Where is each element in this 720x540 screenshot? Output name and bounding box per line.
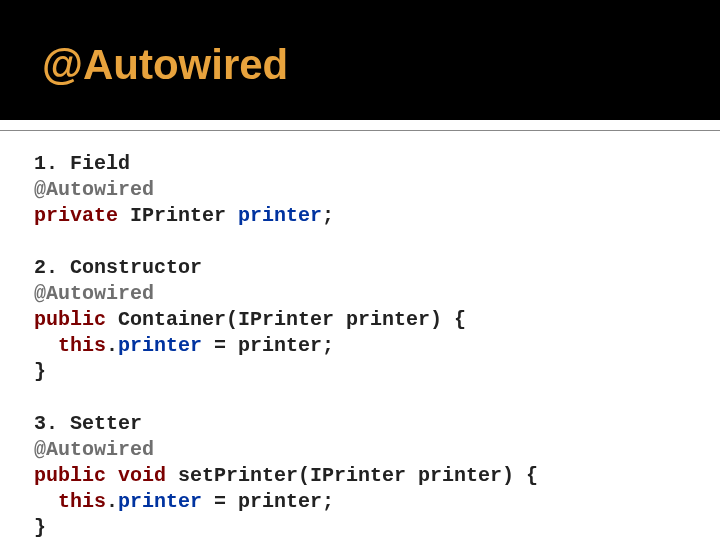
assign-2: = printer; [202,490,334,513]
modifier-public-2: public [34,464,106,487]
dot-1: . [106,334,118,357]
annotation-1: @Autowired [34,178,154,201]
type-iprinter-1: IPrinter [118,204,238,227]
slide-title: @Autowired [42,41,288,89]
slide-header: @Autowired [0,0,720,120]
this-keyword-1: this [34,334,106,357]
modifier-private: private [34,204,118,227]
annotation-3: @Autowired [34,438,154,461]
modifier-void: void [118,464,166,487]
space-1 [106,464,118,487]
section-1-label: 1. Field [34,152,130,175]
annotation-2: @Autowired [34,282,154,305]
dot-2: . [106,490,118,513]
field-ref-2: printer [118,490,202,513]
field-ref-1: printer [118,334,202,357]
field-name-1: printer [238,204,322,227]
close-brace-1: } [34,360,46,383]
semicolon-1: ; [322,204,334,227]
constructor-sig: Container(IPrinter printer) { [106,308,466,331]
close-brace-2: } [34,516,46,539]
section-3-label: 3. Setter [34,412,142,435]
section-2-label: 2. Constructor [34,256,202,279]
modifier-public-1: public [34,308,106,331]
assign-1: = printer; [202,334,334,357]
setter-sig: setPrinter(IPrinter printer) { [166,464,538,487]
code-block: 1. Field @Autowired private IPrinter pri… [0,131,720,540]
this-keyword-2: this [34,490,106,513]
